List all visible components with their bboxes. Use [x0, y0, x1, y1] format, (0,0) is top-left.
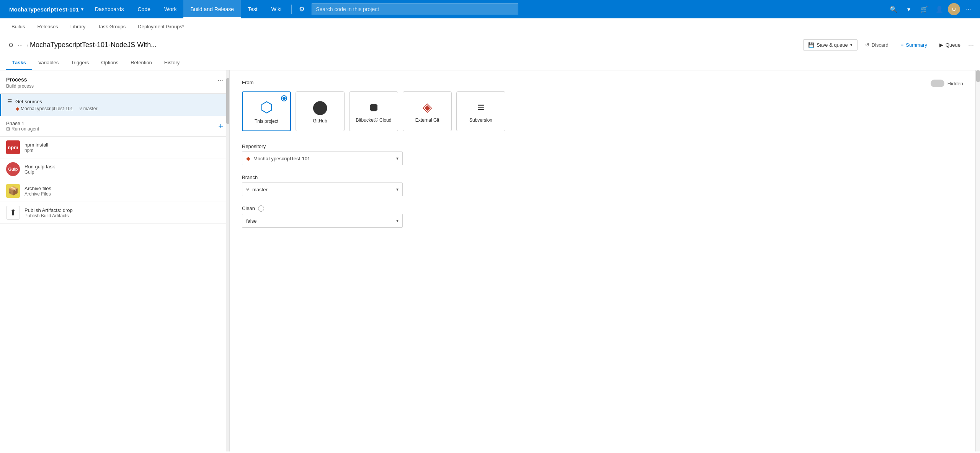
- subnav-releases[interactable]: Releases: [32, 18, 63, 35]
- gear-icon: ⚙: [299, 5, 305, 13]
- archive-icon: 📦: [6, 184, 20, 198]
- task-gulp-info: Run gulp task Gulp: [24, 164, 55, 175]
- repository-select[interactable]: ◆ MochaTypescriptTest-101 ▾: [242, 152, 403, 165]
- npm-icon: npm: [6, 140, 20, 154]
- top-nav-links: Dashboards Code Work Build and Release T…: [88, 0, 288, 18]
- get-sources-title: Get sources: [15, 99, 42, 104]
- gulp-icon: Gulp: [6, 162, 20, 176]
- run-on-agent-icon: ⊞: [6, 126, 10, 132]
- search-icon: 🔍: [890, 6, 897, 13]
- task-gulp-name: Run gulp task: [24, 164, 55, 169]
- search-box[interactable]: Search code in this project: [312, 3, 518, 15]
- save-queue-button[interactable]: 💾 Save & queue ▾: [803, 39, 858, 51]
- phase-section: Phase 1 ⊞ Run on agent +: [0, 116, 229, 137]
- task-publish[interactable]: ⬆ Publish Artifacts: drop Publish Build …: [0, 202, 229, 224]
- more-button[interactable]: ···: [962, 2, 975, 16]
- clean-select[interactable]: false ▾: [242, 214, 403, 228]
- discard-button[interactable]: ↺ Discard: [861, 40, 893, 50]
- clean-field-group: Clean i false ▾: [242, 205, 963, 228]
- hamburger-icon: ☰: [7, 98, 12, 104]
- radio-dot-fill: [283, 97, 286, 100]
- source-external-git[interactable]: ◈ External Git: [403, 91, 452, 131]
- get-sources-item[interactable]: ☰ Get sources ◆ MochaTypescriptTest-101 …: [0, 94, 229, 116]
- settings-button[interactable]: ⚙: [295, 2, 309, 16]
- nav-test[interactable]: Test: [241, 0, 265, 18]
- top-navigation: MochaTypescriptTest-101 ▾ Dashboards Cod…: [0, 0, 980, 18]
- source-github-label: GitHub: [313, 118, 327, 124]
- task-publish-sub: Publish Build Artifacts: [24, 213, 73, 218]
- subnav-builds[interactable]: Builds: [6, 18, 30, 35]
- left-scroll-thumb[interactable]: [226, 78, 229, 124]
- notifications-dropdown[interactable]: ▾: [902, 2, 916, 16]
- breadcrumb-home-icon[interactable]: ⚙: [6, 41, 15, 50]
- phase-info: Phase 1 ⊞ Run on agent: [6, 121, 39, 132]
- tab-retention[interactable]: Retention: [124, 55, 158, 70]
- source-bitbucket[interactable]: ⏺ Bitbucket® Cloud: [349, 91, 398, 131]
- add-task-button[interactable]: +: [218, 121, 223, 131]
- repo-name: MochaTypescriptTest-101: [21, 106, 73, 111]
- right-scroll-thumb[interactable]: [976, 70, 980, 82]
- left-scroll-track: [226, 70, 229, 451]
- shopping-cart-button[interactable]: 🛒: [917, 2, 931, 16]
- tab-row: Tasks Variables Triggers Options Retenti…: [0, 55, 980, 70]
- task-archive[interactable]: 📦 Archive files Archive Files: [0, 180, 229, 202]
- repository-select-left: ◆ MochaTypescriptTest-101: [246, 155, 310, 161]
- clean-select-left: false: [246, 218, 256, 224]
- subnav-deployment-groups[interactable]: Deployment Groups*: [132, 18, 189, 35]
- repo-icon: ◆: [16, 106, 19, 111]
- tab-history[interactable]: History: [158, 55, 186, 70]
- right-scroll-track: [975, 70, 980, 451]
- branch-select[interactable]: ⑂ master ▾: [242, 183, 403, 196]
- hidden-toggle[interactable]: [931, 80, 944, 87]
- nav-build-and-release[interactable]: Build and Release: [183, 0, 241, 18]
- branch-select-icon: ⑂: [246, 187, 249, 192]
- task-publish-name: Publish Artifacts: drop: [24, 207, 73, 213]
- source-bitbucket-label: Bitbucket® Cloud: [356, 117, 392, 123]
- source-this-project[interactable]: ⬡ This project: [242, 91, 291, 131]
- branch-meta: ⑂ master: [79, 106, 98, 111]
- breadcrumb-more-button[interactable]: ···: [18, 42, 23, 49]
- external-git-icon: ◈: [423, 100, 432, 114]
- process-subtitle: Build process: [6, 83, 34, 89]
- subnav-task-groups[interactable]: Task Groups: [92, 18, 131, 35]
- task-gulp[interactable]: Gulp Run gulp task Gulp: [0, 158, 229, 180]
- nav-wiki[interactable]: Wiki: [265, 0, 288, 18]
- task-archive-name: Archive files: [24, 186, 51, 191]
- source-options: ⬡ This project ⬤ GitHub ⏺ Bitbucket® Clo…: [242, 91, 963, 131]
- actions-more-button[interactable]: ···: [968, 41, 974, 49]
- repo-meta: ◆ MochaTypescriptTest-101: [16, 106, 73, 111]
- tab-options[interactable]: Options: [95, 55, 124, 70]
- branch-icon: ⑂: [79, 106, 82, 111]
- summary-button[interactable]: ≡ Summary: [896, 40, 932, 50]
- project-name[interactable]: MochaTypescriptTest-101 ▾: [5, 6, 88, 13]
- get-sources-header: ☰ Get sources: [7, 98, 223, 104]
- nav-work[interactable]: Work: [157, 0, 183, 18]
- source-external-git-label: External Git: [415, 117, 439, 123]
- top-right-icons: 🔍 ▾ 🛒 👤 U ···: [887, 2, 975, 16]
- branch-value: master: [252, 187, 268, 192]
- process-more-button[interactable]: ···: [217, 77, 223, 85]
- person-icon: 👤: [936, 6, 943, 13]
- github-icon: ⬤: [312, 99, 328, 115]
- subnav-library[interactable]: Library: [65, 18, 91, 35]
- from-label: From: [242, 80, 963, 85]
- queue-button[interactable]: ▶ Queue: [935, 40, 965, 50]
- search-button[interactable]: 🔍: [887, 2, 900, 16]
- breadcrumb-separator: ›: [26, 42, 28, 48]
- subversion-icon: ≡: [477, 100, 485, 114]
- source-github[interactable]: ⬤ GitHub: [296, 91, 345, 131]
- avatar[interactable]: U: [948, 3, 960, 15]
- nav-separator: [291, 5, 292, 14]
- clean-info-icon[interactable]: i: [258, 205, 264, 212]
- get-sources-meta: ◆ MochaTypescriptTest-101 ⑂ master: [16, 106, 223, 111]
- source-subversion[interactable]: ≡ Subversion: [456, 91, 505, 131]
- task-npm-install[interactable]: npm npm install npm: [0, 137, 229, 158]
- nav-dashboards[interactable]: Dashboards: [88, 0, 131, 18]
- nav-code[interactable]: Code: [131, 0, 157, 18]
- repo-select-icon: ◆: [246, 155, 250, 161]
- tab-variables[interactable]: Variables: [32, 55, 65, 70]
- branch-name: master: [83, 106, 98, 111]
- person-button[interactable]: 👤: [933, 2, 946, 16]
- tab-triggers[interactable]: Triggers: [65, 55, 95, 70]
- tab-tasks[interactable]: Tasks: [6, 55, 32, 70]
